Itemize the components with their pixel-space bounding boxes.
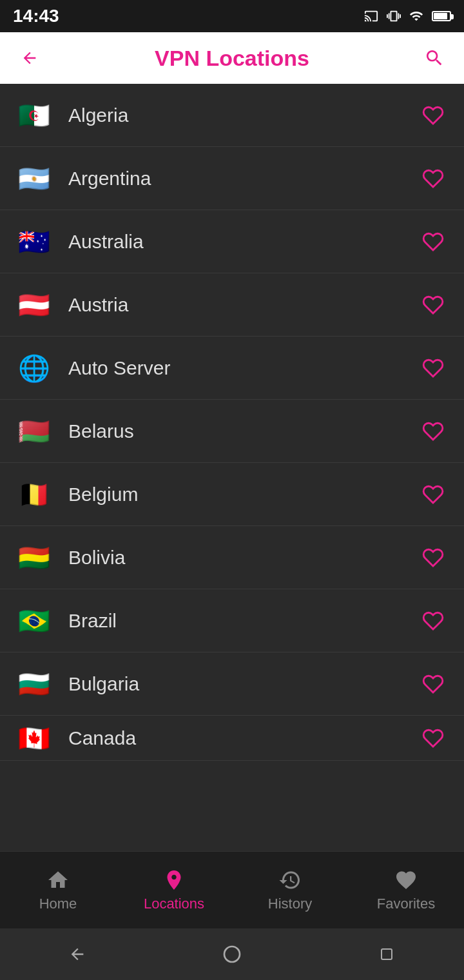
country-name: Algeria <box>68 104 418 126</box>
favorite-button-bulgaria[interactable] <box>418 669 449 700</box>
favorite-button-autoserver[interactable] <box>418 353 449 384</box>
back-button[interactable] <box>15 44 44 72</box>
history-icon <box>278 868 302 892</box>
cast-icon <box>362 9 380 23</box>
home-system-icon <box>222 944 242 965</box>
status-bar: 14:43 <box>0 0 464 32</box>
country-list: 🇩🇿 Algeria 🇦🇷 Argentina 🇦🇺 Australia <box>0 84 464 851</box>
status-icons <box>362 8 451 24</box>
flag-australia: 🇦🇺 <box>15 228 53 255</box>
list-item[interactable]: 🇧🇬 Bulgaria <box>0 652 464 716</box>
flag-belgium: 🇧🇪 <box>15 481 53 508</box>
favorite-button-austria[interactable] <box>418 289 449 320</box>
flag-belarus: 🇧🇾 <box>15 418 53 445</box>
flag-canada: 🇨🇦 <box>15 725 53 752</box>
favorite-button-belgium[interactable] <box>418 479 449 510</box>
flag-austria: 🇦🇹 <box>15 291 53 318</box>
list-item[interactable]: 🇧🇴 Bolivia <box>0 526 464 589</box>
favorite-button-australia[interactable] <box>418 226 449 257</box>
home-icon <box>46 868 70 892</box>
favorites-icon <box>394 868 418 892</box>
country-name: Belgium <box>68 484 418 505</box>
list-item[interactable]: 🇨🇦 Canada <box>0 716 464 761</box>
flag-autoserver: 🌐 <box>15 355 53 382</box>
nav-label-history: History <box>268 896 312 912</box>
list-item[interactable]: 🇦🇺 Australia <box>0 210 464 273</box>
nav-item-favorites[interactable]: Favorites <box>348 862 464 919</box>
favorite-button-brazil[interactable] <box>418 605 449 636</box>
nav-label-home: Home <box>39 896 77 912</box>
nav-label-locations: Locations <box>144 896 204 912</box>
list-item[interactable]: 🇧🇾 Belarus <box>0 400 464 463</box>
svg-rect-1 <box>382 949 392 959</box>
bottom-navigation: Home Locations History Favorites <box>0 851 464 928</box>
location-icon <box>162 868 186 892</box>
country-name: Bulgaria <box>68 673 418 695</box>
flag-bolivia: 🇧🇴 <box>15 544 53 571</box>
favorite-button-bolivia[interactable] <box>418 542 449 573</box>
favorite-button-canada[interactable] <box>418 723 449 754</box>
system-navigation <box>0 928 464 980</box>
country-name: Auto Server <box>68 357 418 379</box>
flag-algeria: 🇩🇿 <box>15 102 53 129</box>
home-system-button[interactable] <box>213 935 251 974</box>
favorite-button-argentina[interactable] <box>418 163 449 194</box>
recents-system-button[interactable] <box>367 935 406 974</box>
search-button[interactable] <box>420 44 449 72</box>
search-icon <box>424 48 445 68</box>
list-item[interactable]: 🇦🇷 Argentina <box>0 147 464 210</box>
country-name: Canada <box>68 727 418 749</box>
back-system-button[interactable] <box>58 935 97 974</box>
wifi-icon <box>407 9 425 23</box>
favorite-button-algeria[interactable] <box>418 100 449 131</box>
app-bar: VPN Locations <box>0 32 464 84</box>
back-icon <box>21 49 39 67</box>
nav-item-locations[interactable]: Locations <box>116 862 232 919</box>
list-item[interactable]: 🇧🇷 Brazil <box>0 589 464 652</box>
battery-icon <box>432 11 451 21</box>
page-title: VPN Locations <box>44 46 420 71</box>
back-system-icon <box>68 945 86 963</box>
country-name: Bolivia <box>68 547 418 569</box>
country-name: Austria <box>68 294 418 316</box>
flag-bulgaria: 🇧🇬 <box>15 671 53 698</box>
svg-point-0 <box>224 946 240 962</box>
list-item[interactable]: 🇦🇹 Austria <box>0 273 464 337</box>
country-name: Argentina <box>68 168 418 190</box>
country-name: Belarus <box>68 420 418 442</box>
flag-argentina: 🇦🇷 <box>15 165 53 192</box>
nav-item-home[interactable]: Home <box>0 862 116 919</box>
list-item[interactable]: 🇩🇿 Algeria <box>0 84 464 147</box>
favorite-button-belarus[interactable] <box>418 416 449 447</box>
country-name: Australia <box>68 231 418 253</box>
list-item[interactable]: 🇧🇪 Belgium <box>0 463 464 526</box>
nav-item-history[interactable]: History <box>232 862 348 919</box>
vibrate-icon <box>387 8 401 24</box>
country-name: Brazil <box>68 610 418 632</box>
status-time: 14:43 <box>13 6 59 26</box>
nav-label-favorites: Favorites <box>377 896 435 912</box>
flag-brazil: 🇧🇷 <box>15 607 53 634</box>
recents-system-icon <box>378 946 396 962</box>
list-item[interactable]: 🌐 Auto Server <box>0 337 464 400</box>
